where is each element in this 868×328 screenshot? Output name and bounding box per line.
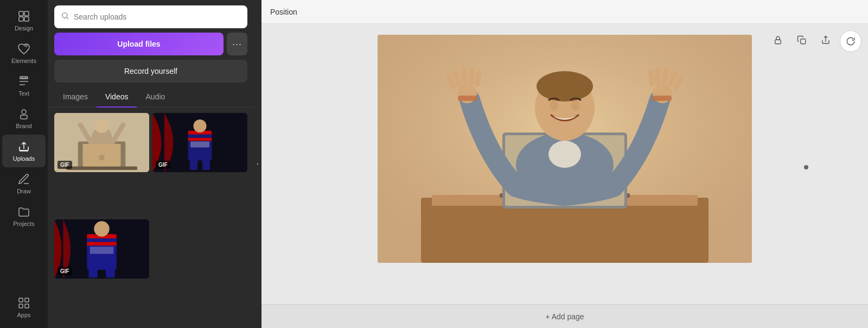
thumbnail-2[interactable]: GIF [152, 113, 247, 172]
svg-point-49 [548, 141, 581, 168]
add-page-button[interactable]: + Add page [261, 304, 868, 328]
panel-top: Upload files ··· Record yourself [48, 0, 254, 87]
tabs-row: Images Videos Audio [48, 87, 254, 108]
svg-line-63 [671, 73, 674, 84]
svg-rect-10 [19, 304, 23, 308]
elements-icon [17, 42, 30, 55]
canvas-area: Position [261, 0, 868, 328]
sidebar-item-draw[interactable]: Draw [2, 167, 46, 200]
cursor [804, 165, 808, 169]
svg-point-17 [94, 119, 108, 133]
svg-rect-11 [25, 304, 29, 308]
svg-rect-5 [20, 77, 28, 79]
refresh-button[interactable] [840, 30, 861, 52]
gif-badge-3: GIF [58, 267, 72, 275]
svg-point-53 [550, 100, 558, 111]
draw-label: Draw [17, 188, 31, 194]
svg-line-59 [477, 73, 478, 84]
svg-rect-31 [87, 242, 117, 246]
svg-line-65 [658, 70, 658, 82]
svg-point-4 [24, 44, 28, 47]
uploads-grid: GIF GIF [48, 108, 254, 328]
gif-badge-2: GIF [156, 161, 170, 169]
sidebar-item-apps[interactable]: Apps [2, 291, 46, 324]
svg-rect-23 [188, 138, 212, 141]
svg-rect-1 [24, 11, 29, 16]
text-icon [17, 75, 30, 88]
collapse-handle[interactable] [254, 0, 261, 328]
more-options-button[interactable]: ··· [227, 33, 247, 55]
uploads-panel: Upload files ··· Record yourself Images … [48, 0, 254, 328]
canvas-content[interactable]: + Add page [261, 24, 868, 328]
upload-files-button[interactable]: Upload files [54, 33, 224, 55]
svg-rect-15 [66, 166, 137, 170]
design-icon [17, 10, 30, 23]
svg-point-52 [537, 71, 593, 102]
gif-badge-1: GIF [58, 161, 72, 169]
svg-point-6 [22, 110, 26, 114]
draw-icon [17, 173, 30, 186]
text-label: Text [18, 90, 29, 97]
sidebar-item-elements[interactable]: Elements [2, 37, 46, 70]
sidebar-item-projects[interactable]: Projects [2, 200, 46, 232]
svg-line-64 [664, 70, 666, 81]
apps-label: Apps [17, 312, 30, 318]
thumbnail-1[interactable]: GIF [54, 113, 149, 172]
svg-rect-36 [775, 40, 781, 44]
elements-label: Elements [11, 58, 36, 64]
duplicate-button[interactable] [792, 30, 812, 50]
thumbnail-3[interactable]: GIF [54, 219, 149, 279]
uploads-icon [17, 140, 30, 153]
sidebar-item-design[interactable]: Design [2, 4, 46, 37]
canvas-toolbar: Position [261, 0, 868, 24]
svg-rect-61 [458, 96, 477, 101]
svg-rect-35 [106, 269, 114, 277]
tab-images[interactable]: Images [54, 87, 97, 108]
apps-icon [17, 297, 30, 310]
svg-rect-9 [25, 298, 29, 302]
svg-line-58 [471, 70, 472, 82]
upload-row: Upload files ··· [54, 33, 247, 55]
canvas-top-right-toolbar [768, 30, 835, 50]
tab-audio[interactable]: Audio [137, 87, 174, 108]
canvas-image-content [378, 35, 752, 263]
sidebar-item-text[interactable]: Text [2, 70, 46, 102]
svg-point-33 [94, 221, 109, 236]
svg-rect-26 [190, 159, 197, 170]
brand-icon [17, 108, 30, 121]
svg-point-25 [193, 119, 206, 133]
uploads-label: Uploads [13, 155, 35, 162]
svg-line-56 [455, 73, 459, 84]
design-label: Design [15, 25, 33, 31]
svg-rect-24 [190, 142, 209, 148]
tab-videos[interactable]: Videos [97, 87, 137, 108]
share-button[interactable] [816, 30, 835, 50]
projects-icon [17, 205, 30, 218]
svg-rect-68 [652, 96, 672, 101]
svg-rect-27 [202, 159, 210, 170]
sidebar-item-uploads[interactable]: Uploads [2, 135, 46, 167]
svg-rect-32 [90, 247, 114, 254]
search-bar[interactable] [54, 5, 247, 28]
lock-button[interactable] [768, 30, 788, 50]
svg-point-12 [62, 13, 67, 18]
svg-line-57 [463, 70, 465, 81]
main-canvas-image[interactable] [378, 35, 752, 263]
svg-rect-3 [24, 17, 29, 21]
svg-rect-37 [801, 39, 806, 44]
svg-line-66 [651, 73, 652, 84]
left-sidebar: Design Elements Text Brand [0, 0, 48, 328]
search-icon [61, 11, 69, 22]
svg-rect-34 [88, 269, 97, 277]
sidebar-item-brand[interactable]: Brand [2, 102, 46, 135]
svg-point-54 [571, 100, 580, 111]
svg-rect-0 [19, 11, 23, 16]
brand-label: Brand [16, 123, 31, 129]
svg-rect-7 [21, 115, 27, 119]
projects-label: Projects [13, 220, 35, 227]
search-input[interactable] [74, 12, 241, 21]
position-label: Position [270, 8, 297, 16]
record-yourself-button[interactable]: Record yourself [54, 60, 247, 83]
svg-rect-2 [19, 17, 23, 21]
svg-rect-8 [19, 298, 23, 302]
